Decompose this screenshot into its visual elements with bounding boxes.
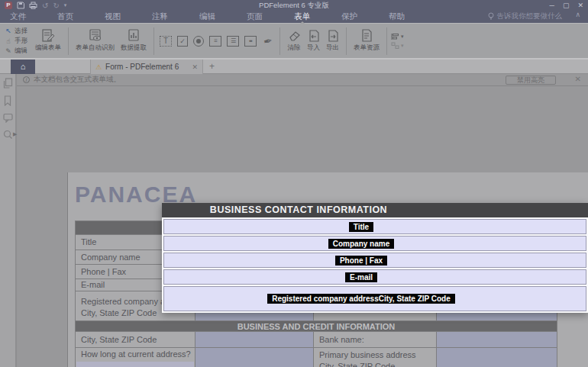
form-resources-button[interactable]: 表单资源 [351, 27, 383, 54]
popup-header: BUSINESS CONTACT INFORMATION [162, 203, 588, 217]
comment-icon[interactable] [3, 113, 13, 123]
credit-section-header: BUSINESS AND CREDIT INFORMATION [76, 321, 557, 332]
print-icon[interactable] [29, 2, 37, 9]
align-fields-dropdown[interactable]: ▾ [391, 33, 404, 40]
recognized-field[interactable]: Registered company addressCity, State ZI… [163, 286, 586, 311]
notification-message: 本文档包含交互式表单域。 [34, 75, 121, 85]
info-icon: i [23, 76, 30, 83]
menu-edit[interactable]: 编辑 [199, 11, 215, 22]
checkbox-tool-icon[interactable]: ✓ [177, 36, 188, 47]
menu-home[interactable]: 首页 [57, 11, 73, 22]
form-field[interactable] [195, 332, 315, 347]
menu-page[interactable]: 页面 [247, 11, 263, 22]
edit-form-icon [41, 29, 55, 42]
table-row: City, State ZIP Code Bank name: [76, 332, 557, 348]
recognized-field[interactable]: Phone | Fax [163, 253, 586, 268]
recognized-field[interactable]: Company name [163, 236, 586, 251]
form-auto-recognize-button[interactable]: 表单自动识别 [73, 27, 118, 54]
distribute-fields-dropdown[interactable]: ▾ [391, 42, 404, 50]
form-field[interactable] [76, 362, 194, 367]
align-icon [391, 33, 399, 40]
menu-comment[interactable]: 注释 [152, 11, 168, 22]
menu-view[interactable]: 视图 [105, 11, 121, 22]
tab-close-icon[interactable]: ✕ [192, 63, 198, 71]
push-button-tool-icon[interactable]: ▪▪ [244, 36, 257, 47]
field-name-tag: E-mail [345, 272, 377, 282]
form-recognize-icon [88, 29, 103, 42]
table-row: How long at current address? Primary bus… [76, 348, 557, 367]
warning-icon: ⚠ [95, 63, 102, 71]
home-button[interactable]: ⌂ [11, 60, 35, 74]
document-tab-title: Form - PDFelement 6 [105, 63, 179, 71]
save-icon[interactable] [17, 2, 24, 9]
form-field[interactable] [437, 348, 557, 367]
menu-form[interactable]: 表单 [294, 11, 310, 22]
tell-me-search[interactable]: 告诉我你想要做什么 [488, 11, 563, 21]
redo-icon[interactable]: ↻ [53, 2, 59, 10]
menu-protect[interactable]: 保护 [341, 11, 357, 22]
form-resources-icon [360, 29, 373, 42]
recognized-field[interactable]: E-mail [163, 269, 586, 285]
recognized-fields-popup: BUSINESS CONTACT INFORMATION Title Compa… [162, 203, 588, 313]
export-button[interactable]: 导出 [323, 28, 342, 54]
pencil-icon: ✎ [5, 47, 12, 55]
data-extract-icon [127, 29, 141, 42]
select-cursor-icon: ↖ [5, 27, 12, 35]
qat-customize-icon[interactable]: ▾ [64, 2, 67, 8]
thumbnails-icon[interactable] [3, 78, 13, 89]
form-field[interactable] [195, 348, 315, 367]
form-field[interactable] [437, 332, 557, 347]
recognized-field[interactable]: Title [163, 219, 586, 234]
app-window: PDFelement 6 专业版 P ↺ ↻ ▾ ─ ▢ ✕ 文件 首页 视图 … [0, 0, 588, 367]
separator [68, 27, 69, 55]
undo-icon[interactable]: ↺ [42, 2, 48, 10]
separator [153, 27, 154, 55]
notification-close-icon[interactable]: ✕ [575, 75, 581, 83]
list-box-tool-icon[interactable]: ☰ [227, 36, 239, 47]
document-tab[interactable]: ⚠ Form - PDFelement 6 ✕ [90, 60, 203, 74]
field-name-tag: Phone | Fax [335, 256, 387, 266]
menu-file[interactable]: 文件 [10, 11, 26, 22]
lightbulb-icon [488, 12, 494, 21]
app-icon: P [5, 2, 12, 9]
notification-bar: i 本文档包含交互式表单域。 禁用高亮 ✕ [17, 74, 588, 86]
distribute-icon [391, 42, 399, 50]
clear-button[interactable]: 清除 [284, 28, 304, 54]
field-name-tag: Registered company addressCity, State ZI… [267, 294, 455, 304]
search-icon[interactable] [3, 130, 13, 140]
ribbon-toolbar: ↖选择 ☝手形 ✎编辑 编辑表单 表单自动识别 数据提取 T ✓ ≡ ☰ ▪▪ … [0, 23, 588, 60]
navigation-sidebar [0, 74, 17, 367]
separator [279, 27, 280, 55]
document-canvas: PANACEA BUSINESS CONTACT INFORMATION Tit… [17, 86, 588, 367]
import-icon [308, 30, 320, 42]
edit-form-button[interactable]: 编辑表单 [32, 27, 64, 54]
eraser-icon [287, 30, 301, 42]
export-icon [327, 30, 339, 42]
minimize-button[interactable]: ─ [550, 2, 554, 9]
edit-tool[interactable]: ✎编辑 [5, 47, 27, 56]
field-name-tag: Company name [328, 239, 394, 249]
select-tool[interactable]: ↖选择 [5, 27, 27, 36]
data-extract-button[interactable]: 数据提取 [118, 27, 150, 54]
document-tab-bar: ⌂ ⚠ Form - PDFelement 6 ✕ + [0, 60, 588, 74]
import-button[interactable]: 导入 [304, 28, 323, 54]
radio-button-tool-icon[interactable] [193, 36, 204, 47]
disable-highlight-button[interactable]: 禁用高亮 [506, 76, 556, 85]
separator [346, 27, 347, 55]
hand-icon: ☝ [5, 37, 12, 45]
separator [386, 27, 387, 55]
title-bar: PDFelement 6 专业版 P ↺ ↻ ▾ ─ ▢ ✕ 文件 首页 视图 … [0, 0, 588, 23]
collapse-ribbon-icon[interactable]: ∧ [575, 11, 580, 18]
menu-help[interactable]: 帮助 [389, 11, 405, 22]
close-button[interactable]: ✕ [577, 2, 583, 9]
window-title: PDFelement 6 专业版 [0, 1, 588, 11]
combo-box-tool-icon[interactable]: ≡ [209, 36, 221, 47]
field-name-tag: Title [349, 222, 373, 232]
hand-tool[interactable]: ☝手形 [5, 37, 27, 46]
bookmark-icon[interactable] [3, 95, 12, 106]
sidebar-expand-handle[interactable]: ▶ [13, 131, 17, 137]
new-tab-button[interactable]: + [209, 61, 215, 72]
maximize-button[interactable]: ▢ [563, 2, 570, 9]
digital-signature-tool-icon[interactable]: ✒ [261, 34, 276, 47]
text-field-tool-icon[interactable]: T [160, 36, 172, 47]
